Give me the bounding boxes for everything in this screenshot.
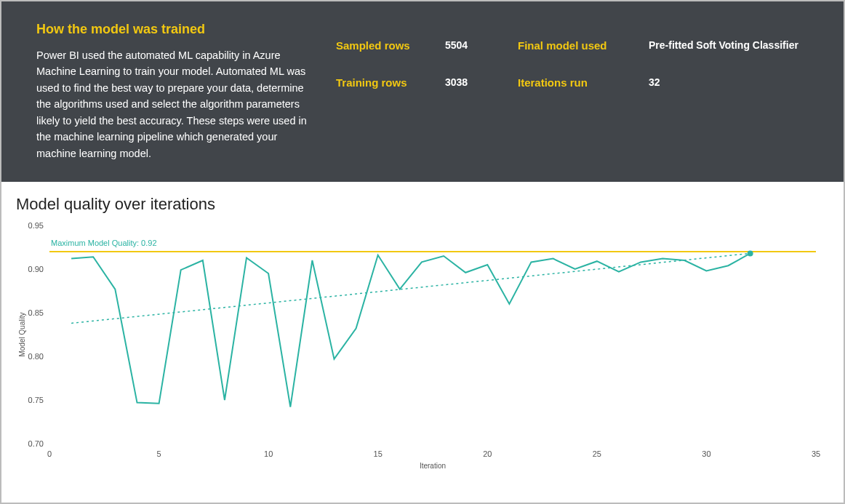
x-tick-label: 30 — [702, 449, 710, 458]
iterations-run-label: Iterations run — [518, 76, 641, 89]
training-summary-panel: How the model was trained Power BI used … — [1, 1, 844, 182]
x-tick-label: 15 — [374, 449, 383, 458]
final-model-label: Final model used — [518, 39, 641, 52]
y-tick-label: 0.90 — [28, 265, 44, 273]
quality-series-line — [71, 253, 750, 407]
training-rows-value: 3038 — [445, 76, 510, 89]
x-tick-label: 10 — [264, 449, 273, 458]
y-tick-label: 0.75 — [28, 396, 44, 404]
x-tick-label: 0 — [47, 449, 52, 458]
y-axis-label: Model Quality — [18, 312, 26, 356]
y-tick-label: 0.80 — [28, 352, 44, 361]
training-summary-text: How the model was trained Power BI used … — [36, 22, 336, 169]
final-model-value: Pre-fitted Soft Voting Classifier — [649, 39, 809, 52]
report-page: How the model was trained Power BI used … — [0, 0, 845, 504]
y-tick-label: 0.95 — [28, 221, 44, 230]
sampled-rows-label: Sampled rows — [336, 39, 438, 52]
x-tick-label: 35 — [812, 449, 820, 458]
chart-svg: 0.700.750.800.850.900.9505101520253035Ma… — [16, 218, 829, 473]
summary-heading: How the model was trained — [36, 22, 314, 37]
sampled-rows-value: 5504 — [445, 39, 510, 52]
training-stats-grid: Sampled rows 5504 Final model used Pre-f… — [336, 22, 809, 169]
x-tick-label: 20 — [483, 449, 492, 458]
reference-label: Maximum Model Quality: 0.92 — [51, 239, 157, 247]
x-tick-label: 5 — [157, 449, 161, 458]
chart-title: Model quality over iterations — [16, 195, 829, 214]
series-end-marker — [748, 250, 753, 256]
iterations-run-value: 32 — [649, 76, 809, 89]
x-axis-label: Iteration — [420, 462, 446, 470]
summary-description: Power BI used the automated ML capabilit… — [36, 47, 314, 161]
chart-panel: Model quality over iterations 0.700.750.… — [1, 182, 844, 503]
y-tick-label: 0.70 — [28, 439, 44, 448]
training-rows-label: Training rows — [336, 76, 438, 89]
chart-area: 0.700.750.800.850.900.9505101520253035Ma… — [16, 218, 829, 473]
y-tick-label: 0.85 — [28, 308, 44, 317]
x-tick-label: 25 — [593, 449, 601, 458]
